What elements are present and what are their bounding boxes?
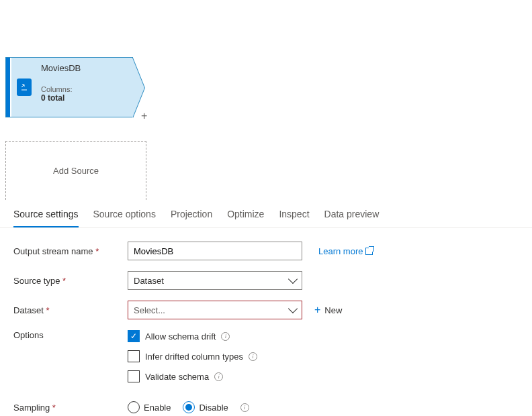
label-options: Options (13, 330, 128, 340)
options-group: ✓ Allow schema drift i Infer drifted col… (128, 330, 257, 391)
label-dataset-text: Dataset (13, 305, 44, 315)
label-dataset: Dataset * (13, 305, 128, 315)
row-source-type: Source type * Dataset (13, 271, 519, 290)
checkbox-validate-schema[interactable] (128, 370, 140, 382)
radio-dot (185, 404, 192, 411)
learn-more-text: Learn more (318, 246, 363, 256)
settings-tabs: Source settings Source options Projectio… (0, 201, 532, 228)
label-output-stream: Output stream name * (13, 246, 128, 256)
node-body: MoviesDB Columns: 0 total (37, 58, 132, 117)
row-dataset: Dataset * Select... + New (13, 301, 519, 319)
option-validate-schema: Validate schema i (128, 370, 257, 382)
tab-projection[interactable]: Projection (171, 201, 212, 227)
radio-enable-label: Enable (144, 403, 171, 413)
source-node-moviesdb[interactable]: MoviesDB Columns: 0 total (5, 57, 133, 117)
node-arrow (132, 58, 144, 118)
flow-canvas: MoviesDB Columns: 0 total + Add Source (0, 0, 532, 201)
option-allow-schema-drift: ✓ Allow schema drift i (128, 330, 257, 342)
plus-icon: + (314, 304, 320, 316)
radio-disable-group: Disable (183, 401, 228, 413)
radio-disable[interactable] (183, 401, 195, 413)
dataset-select[interactable]: Select... (128, 301, 302, 319)
radio-enable-group: Enable (128, 401, 171, 413)
source-type-value: Dataset (134, 276, 164, 286)
required-marker: * (52, 403, 56, 413)
option-label: Validate schema (145, 372, 209, 382)
required-marker: * (62, 276, 66, 286)
learn-more-link[interactable]: Learn more (318, 246, 373, 256)
label-source-type: Source type * (13, 276, 128, 286)
node-columns-count: 0 total (41, 93, 128, 103)
database-share-icon (17, 79, 32, 96)
radio-enable[interactable] (128, 401, 140, 413)
output-stream-input[interactable] (128, 242, 302, 260)
row-output-stream: Output stream name * Learn more (13, 242, 519, 260)
tab-optimize[interactable]: Optimize (227, 201, 264, 227)
check-icon: ✓ (130, 331, 137, 341)
checkbox-infer-drifted[interactable] (128, 350, 140, 362)
option-label: Infer drifted column types (145, 352, 243, 362)
row-options: Options ✓ Allow schema drift i Infer dri… (13, 330, 519, 391)
node-columns-label: Columns: (41, 85, 128, 93)
label-source-type-text: Source type (13, 276, 60, 286)
info-icon[interactable]: i (240, 403, 249, 412)
option-label: Allow schema drift (145, 331, 216, 342)
required-marker: * (95, 246, 99, 256)
tab-inspect[interactable]: Inspect (279, 201, 309, 227)
label-sampling-text: Sampling (13, 403, 50, 413)
row-sampling: Sampling * Enable Disable i (13, 401, 519, 413)
chevron-down-icon (288, 274, 298, 284)
info-icon[interactable]: i (249, 352, 257, 361)
sampling-radio-group: Enable Disable i (128, 401, 249, 413)
source-type-select[interactable]: Dataset (128, 271, 302, 290)
new-dataset-label: New (324, 305, 342, 315)
required-marker: * (46, 305, 49, 315)
label-output-stream-text: Output stream name (13, 246, 93, 256)
node-title: MoviesDB (41, 63, 128, 73)
info-icon[interactable]: i (214, 372, 223, 381)
add-source-label: Add Source (53, 166, 99, 176)
tab-source-options[interactable]: Source options (93, 201, 156, 227)
add-transform-button[interactable]: + (141, 110, 147, 122)
new-dataset-button[interactable]: + New (314, 304, 342, 316)
external-link-icon (365, 248, 373, 255)
chevron-down-icon (288, 304, 298, 313)
source-settings-form: Output stream name * Learn more Source t… (0, 228, 532, 416)
tab-data-preview[interactable]: Data preview (324, 201, 380, 227)
node-accent-bar (6, 58, 11, 117)
info-icon[interactable]: i (221, 332, 230, 341)
node-icon-box (11, 58, 37, 117)
dataset-placeholder: Select... (134, 305, 165, 315)
radio-disable-label: Disable (199, 403, 228, 413)
option-infer-drifted: Infer drifted column types i (128, 350, 257, 362)
checkbox-allow-schema-drift[interactable]: ✓ (128, 330, 140, 342)
tab-source-settings[interactable]: Source settings (13, 201, 79, 227)
label-sampling: Sampling * (13, 403, 128, 413)
add-source-button[interactable]: Add Source (5, 141, 146, 200)
